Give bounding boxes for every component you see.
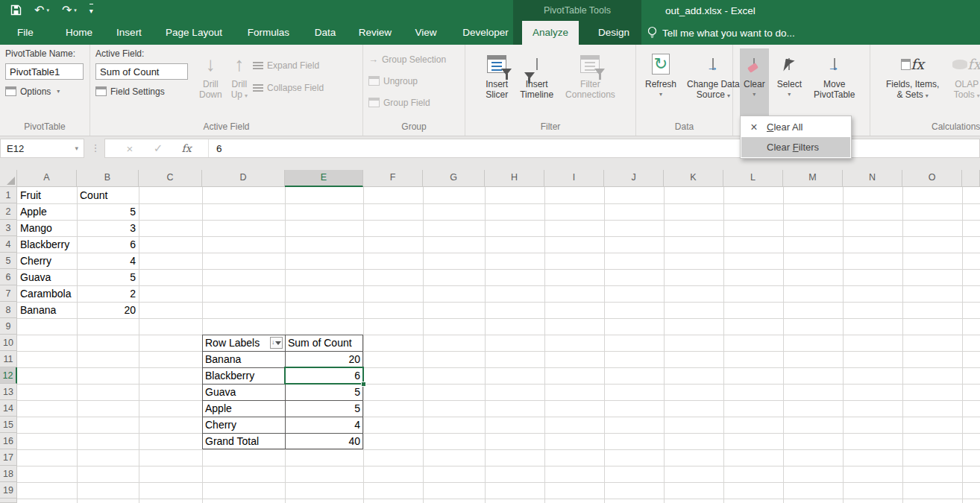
fill-handle[interactable]: [361, 382, 366, 387]
row-header-5[interactable]: 5: [0, 253, 17, 269]
name-box[interactable]: E12 ▾: [0, 139, 84, 158]
group-selection-button[interactable]: → Group Selection: [368, 51, 459, 67]
row-header-13[interactable]: 13: [0, 384, 17, 400]
column-header-E[interactable]: E: [285, 170, 363, 187]
cell-A5[interactable]: Cherry: [17, 253, 77, 269]
cell-B2[interactable]: 5: [77, 203, 139, 220]
drill-up-button[interactable]: ↑ Drill Up▾: [227, 48, 251, 116]
row-header-4[interactable]: 4: [0, 236, 17, 253]
collapse-field-button[interactable]: Collapse Field: [253, 80, 324, 95]
clear-button[interactable]: Clear ▾: [740, 48, 769, 116]
row-header-10[interactable]: 10: [0, 335, 17, 351]
insert-function-button[interactable]: fx: [172, 142, 201, 154]
drill-down-button[interactable]: ↓ Drill Down: [195, 48, 226, 116]
row-header-6[interactable]: 6: [0, 269, 17, 285]
column-header-A[interactable]: A: [17, 170, 77, 187]
tell-me-box[interactable]: Tell me what you want to do...: [647, 21, 795, 45]
group-field-button[interactable]: Group Field: [368, 95, 459, 110]
redo-button[interactable]: ↷ ▾: [62, 4, 77, 16]
row-header-1[interactable]: 1: [0, 187, 17, 203]
undo-button[interactable]: ↶ ▾: [34, 4, 49, 16]
column-header-O[interactable]: O: [902, 170, 962, 187]
row-header-7[interactable]: 7: [0, 285, 17, 302]
formula-bar-value[interactable]: 6: [209, 143, 222, 154]
row-header-12[interactable]: 12: [0, 367, 17, 384]
formula-bar-splitter[interactable]: ⋮: [89, 139, 101, 158]
cell-B4[interactable]: 6: [77, 236, 139, 253]
column-header-I[interactable]: I: [544, 170, 604, 187]
olap-tools-button[interactable]: fx OLAP Tools▾: [949, 48, 980, 116]
row-header-16[interactable]: 16: [0, 433, 17, 449]
column-header-K[interactable]: K: [664, 170, 723, 187]
cell-A6[interactable]: Guava: [17, 269, 77, 285]
tab-view[interactable]: View: [406, 21, 446, 45]
redo-dropdown-icon[interactable]: ▾: [74, 4, 77, 16]
tab-analyze[interactable]: Analyze: [522, 21, 579, 45]
cell-B5[interactable]: 4: [77, 253, 139, 269]
tab-file[interactable]: File: [9, 21, 42, 45]
options-button[interactable]: Options ▾: [5, 83, 84, 99]
cell-B6[interactable]: 5: [77, 269, 139, 285]
cell-A3[interactable]: Mango: [17, 220, 77, 236]
insert-slicer-button[interactable]: Insert Slicer: [482, 48, 512, 116]
tab-design[interactable]: Design: [585, 21, 643, 45]
tab-formulas[interactable]: Formulas: [237, 21, 300, 45]
select-all-button[interactable]: [0, 170, 17, 187]
fields-items-sets-button[interactable]: fx Fields, Items, & Sets▾: [882, 48, 943, 116]
cell-A2[interactable]: Apple: [17, 203, 77, 220]
column-header-N[interactable]: N: [843, 170, 902, 187]
move-pivottable-button[interactable]: → Move PivotTable: [810, 48, 858, 116]
field-settings-button[interactable]: Field Settings: [95, 83, 194, 99]
name-box-dropdown-icon[interactable]: ▾: [75, 145, 84, 152]
tab-developer[interactable]: Developer: [450, 21, 521, 45]
customize-qat-button[interactable]: ▾: [89, 4, 93, 17]
column-header-partial[interactable]: [962, 170, 980, 187]
column-header-L[interactable]: L: [723, 170, 783, 187]
save-button[interactable]: [10, 4, 22, 16]
menu-item-clear-all[interactable]: × Clear All: [741, 117, 850, 137]
tab-page-layout[interactable]: Page Layout: [157, 21, 231, 45]
cell-B3[interactable]: 3: [77, 220, 139, 236]
refresh-button[interactable]: ↻ Refresh ▾: [641, 48, 680, 116]
row-header-11[interactable]: 11: [0, 351, 17, 367]
column-header-H[interactable]: H: [485, 170, 544, 187]
column-header-M[interactable]: M: [783, 170, 843, 187]
cell-B8[interactable]: 20: [77, 302, 139, 318]
cell-A1[interactable]: Fruit: [17, 187, 77, 203]
row-header-8[interactable]: 8: [0, 302, 17, 318]
tab-insert[interactable]: Insert: [108, 21, 150, 45]
column-header-G[interactable]: G: [423, 170, 485, 187]
undo-dropdown-icon[interactable]: ▾: [46, 4, 49, 16]
row-header-18[interactable]: 18: [0, 466, 17, 482]
row-header-15[interactable]: 15: [0, 417, 17, 433]
enter-button[interactable]: ✓: [144, 142, 172, 155]
pivottable-name-input[interactable]: [5, 63, 84, 80]
column-header-F[interactable]: F: [363, 170, 423, 187]
active-field-input[interactable]: [95, 63, 188, 80]
expand-field-button[interactable]: Expand Field: [253, 57, 324, 73]
filter-connections-button[interactable]: Filter Connections: [562, 48, 619, 116]
row-header-17[interactable]: 17: [0, 449, 17, 466]
cell-A7[interactable]: Carambola: [17, 285, 77, 302]
column-header-D[interactable]: D: [202, 170, 285, 187]
tab-review[interactable]: Review: [351, 21, 400, 45]
tab-home[interactable]: Home: [58, 21, 100, 45]
cell-A8[interactable]: Banana: [17, 302, 77, 318]
cancel-button[interactable]: ×: [116, 142, 144, 155]
row-header-3[interactable]: 3: [0, 220, 17, 236]
select-button[interactable]: Select ▾: [773, 48, 805, 116]
row-header-19[interactable]: 19: [0, 482, 17, 499]
row-header-2[interactable]: 2: [0, 203, 17, 220]
menu-item-clear-filters[interactable]: Clear Filters: [741, 137, 850, 157]
row-header-14[interactable]: 14: [0, 400, 17, 417]
cell-B1[interactable]: Count: [77, 187, 139, 203]
column-header-J[interactable]: J: [604, 170, 664, 187]
insert-timeline-button[interactable]: Insert Timeline: [516, 48, 557, 116]
cell-B7[interactable]: 2: [77, 285, 139, 302]
ungroup-button[interactable]: Ungroup: [368, 73, 459, 89]
tab-data[interactable]: Data: [304, 21, 346, 45]
row-header-20[interactable]: [0, 499, 17, 503]
row-header-9[interactable]: 9: [0, 318, 17, 335]
cell-A4[interactable]: Blackberry: [17, 236, 77, 253]
column-header-C[interactable]: C: [139, 170, 202, 187]
